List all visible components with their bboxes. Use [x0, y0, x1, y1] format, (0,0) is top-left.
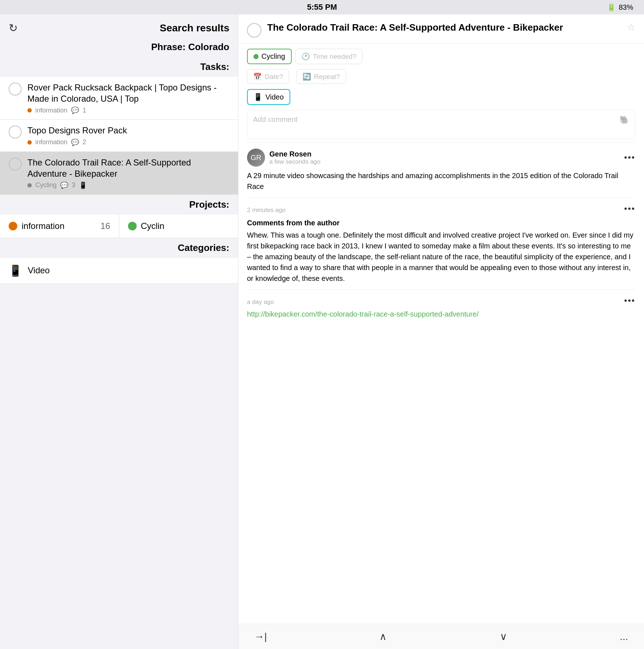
avatar-inner: GR [247, 149, 265, 167]
projects-row: information 16 Cyclin [0, 215, 238, 238]
comment-count: 1 [83, 107, 86, 114]
more-options-button-2[interactable]: ••• [624, 204, 635, 214]
comment-body: A 29 minute video showcasing the hardshi… [247, 170, 635, 192]
left-header: ↻ Search results [0, 14, 238, 40]
more-options-button[interactable]: ••• [624, 153, 635, 163]
categories-section-label: Categories: [0, 238, 238, 258]
status-time: 5:55 PM [307, 3, 337, 12]
repeat-placeholder: Repeat? [314, 73, 340, 81]
down-button[interactable]: ∨ [495, 629, 512, 644]
project-dot-2 [128, 222, 137, 230]
tag-label: information [35, 107, 67, 114]
task-title: The Colorado Trail Race: A Self-Supporte… [27, 157, 229, 179]
task-checkbox[interactable] [9, 158, 22, 171]
main-layout: ↻ Search results Phrase: Colorado Tasks:… [0, 14, 644, 649]
comment-icon: 💬 [71, 106, 79, 114]
standalone-time-2: a day ago [247, 299, 274, 306]
detail-task-title: The Colorado Trail Race: A Self-Supporte… [267, 22, 621, 34]
task-meta: Cycling 💬 3 📱 [27, 181, 229, 189]
comment-user-info: Gene Rosen a few seconds ago [269, 150, 321, 165]
star-button[interactable]: ☆ [627, 22, 635, 33]
date-field[interactable]: 📅 Date? [247, 69, 289, 84]
tasks-section-label: Tasks: [0, 57, 238, 77]
repeat-field[interactable]: 🔄 Repeat? [296, 69, 346, 84]
comment-time: a few seconds ago [269, 158, 321, 165]
video-tag-label: Video [265, 93, 284, 101]
avatar: GR [247, 149, 265, 167]
project-item-2[interactable]: Cyclin [119, 215, 238, 238]
task-item[interactable]: Rover Pack Rucksack Backpack | Topo Desi… [0, 77, 238, 120]
more-options-button-3[interactable]: ••• [624, 296, 635, 306]
cycling-tag[interactable]: Cycling [247, 49, 292, 64]
video-tag-row: 📱 Video [238, 89, 644, 110]
category-name: Video [28, 265, 50, 275]
tag-dot [27, 140, 32, 145]
project-item[interactable]: information 16 [0, 215, 119, 238]
video-category-icon: 📱 [9, 264, 22, 277]
phrase-label: Phrase: Colorado [0, 40, 238, 57]
repeat-icon: 🔄 [303, 72, 311, 81]
projects-section-label: Projects: [0, 195, 238, 215]
right-panel: The Colorado Trail Race: A Self-Supporte… [238, 14, 644, 649]
comment-entry-2: 2 minutes ago ••• Comments from the auth… [247, 198, 635, 290]
comment-feed: GR Gene Rosen a few seconds ago ••• A 29… [238, 142, 644, 624]
clock-icon: 🕐 [301, 52, 310, 61]
time-needed-placeholder: Time needed? [313, 53, 357, 61]
task-checkbox[interactable] [9, 83, 22, 96]
calendar-icon: 📅 [253, 72, 262, 81]
comment-username: Gene Rosen [269, 150, 321, 158]
comment-count: 2 [83, 138, 86, 146]
detail-header: The Colorado Trail Race: A Self-Supporte… [238, 14, 644, 44]
standalone-time: 2 minutes ago [247, 207, 286, 214]
detail-toolbar: →| ∧ ∨ ... [238, 624, 644, 649]
comment-entry-header: GR Gene Rosen a few seconds ago ••• [247, 149, 635, 167]
time-needed-field[interactable]: 🕐 Time needed? [295, 49, 363, 64]
task-content: Topo Designs Rover Pack information 💬 2 [27, 125, 229, 146]
comment-entry-3: a day ago ••• http://bikepacker.com/the-… [247, 290, 635, 325]
indent-button[interactable]: →| [250, 630, 271, 644]
task-meta: information 💬 2 [27, 138, 229, 146]
battery-icon: 🔋 [607, 3, 616, 12]
task-item[interactable]: Topo Designs Rover Pack information 💬 2 [0, 120, 238, 151]
more-toolbar-button[interactable]: ... [616, 630, 632, 644]
task-meta: information 💬 1 [27, 106, 229, 114]
search-results-title: Search results [23, 22, 229, 34]
evernote-icon[interactable]: 🐘 [619, 115, 629, 125]
comment-link[interactable]: http://bikepacker.com/the-colorado-trail… [247, 309, 635, 319]
up-button[interactable]: ∧ [375, 629, 391, 644]
comment-user-row: GR Gene Rosen a few seconds ago [247, 149, 321, 167]
tag-label: information [35, 138, 67, 146]
task-title: Rover Pack Rucksack Backpack | Topo Desi… [27, 82, 229, 104]
comment-input-area[interactable]: Add comment 🐘 [247, 110, 635, 139]
date-placeholder: Date? [265, 73, 283, 81]
left-panel: ↻ Search results Phrase: Colorado Tasks:… [0, 14, 238, 649]
tag-dot [27, 183, 32, 187]
category-item[interactable]: 📱 Video [0, 258, 238, 284]
comment-placeholder: Add comment [253, 115, 297, 124]
device-tag-icon: 📱 [253, 93, 263, 101]
detail-task-checkbox[interactable] [247, 23, 261, 37]
cycling-tag-label: Cycling [261, 52, 285, 61]
task-content: The Colorado Trail Race: A Self-Supporte… [27, 157, 229, 189]
project-name-2: Cyclin [141, 221, 230, 231]
comment-icon: 💬 [71, 138, 79, 146]
comment-count: 3 [72, 181, 75, 189]
task-checkbox[interactable] [9, 125, 22, 138]
task-content: Rover Pack Rucksack Backpack | Topo Desi… [27, 82, 229, 114]
tag-label: Cycling [35, 181, 57, 189]
battery-level: 83% [619, 3, 633, 12]
video-tag[interactable]: 📱 Video [247, 89, 290, 105]
task-item-selected[interactable]: The Colorado Trail Race: A Self-Supporte… [0, 152, 238, 195]
cycling-dot [253, 54, 259, 59]
task-title: Topo Designs Rover Pack [27, 125, 229, 136]
tag-dot [27, 108, 32, 112]
refresh-icon[interactable]: ↻ [9, 22, 18, 34]
status-bar: 5:55 PM 🔋 83% [0, 0, 644, 14]
device-icon: 📱 [79, 181, 87, 189]
second-tags-row: 📅 Date? 🔄 Repeat? [238, 69, 644, 89]
comment-title-bold: Comments from the author [247, 217, 635, 228]
comment-body-2: Whew. This was a tough one. Definitely t… [247, 230, 635, 284]
project-dot [9, 222, 17, 230]
tags-row: Cycling 🕐 Time needed? [238, 44, 644, 69]
project-name: information [22, 221, 96, 231]
